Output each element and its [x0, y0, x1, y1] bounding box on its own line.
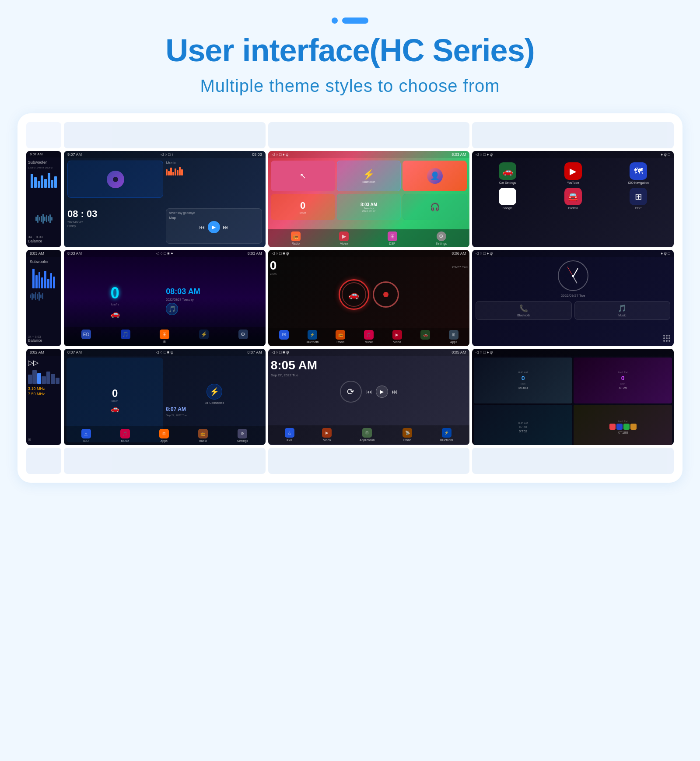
classic-nav-igo[interactable]: △ iGO: [285, 428, 294, 442]
db-val-2: 34 ~ 8.03: [28, 335, 60, 338]
classic-nav-radio[interactable]: 📡 Radio: [402, 428, 412, 442]
speedo-nav-radio[interactable]: 📻 Radio: [326, 330, 355, 344]
neon-time-large: 08:03 AM: [166, 287, 262, 296]
subwoofer-title: Subwoofer: [30, 260, 58, 264]
xt52-label: XT52: [519, 429, 527, 433]
theme-xt188[interactable]: 8:45 AM XT188: [574, 405, 672, 445]
neon-speed-unit: km/h: [111, 302, 119, 306]
headphone-tile[interactable]: 🎧: [402, 194, 467, 220]
neon-music-btn[interactable]: 🎵: [166, 303, 178, 315]
classic-prev[interactable]: ⏮: [366, 388, 372, 395]
top-partial-row: [26, 122, 674, 148]
speedo-icons: ◁ ○ □ ■ ψ: [272, 251, 289, 256]
bt-nav-apps[interactable]: ⊞ Apps: [159, 429, 169, 442]
screen-eq-balance: 8:03 AM Subwoofer: [26, 250, 61, 346]
screen-classic-nav: ◁ ○ □ ■ ψ 8:05 AM 8:05 AM Sep 27, 2022 T…: [268, 349, 470, 445]
neon-nav-settings[interactable]: ⚙: [238, 330, 248, 344]
speedo-nav-music[interactable]: 🎵 Music: [355, 330, 383, 344]
app-google[interactable]: G Google: [476, 188, 539, 210]
waveform-2: [30, 292, 58, 301]
partial-screen-tl: [26, 122, 61, 148]
classic-nav-video[interactable]: ▶ Video: [322, 428, 332, 442]
clock-car-icons: ◁ ○ □ ↑: [161, 152, 174, 157]
neon-time-right: 8:03 AM: [248, 251, 262, 256]
partial-screen-br: [472, 448, 674, 474]
speedo-nav-apps[interactable]: ⊞ Apps: [440, 330, 468, 344]
app-igo[interactable]: 🗺 iGO Navigation: [607, 162, 669, 184]
time-tile: 8:03 AM Tuesday 2022-09-27: [337, 194, 401, 220]
app-dsp[interactable]: ⊞ DSP: [607, 188, 669, 210]
theme-xt25[interactable]: 8:45 AM 0 km/h XT25: [574, 358, 672, 403]
application-label: Application: [360, 438, 374, 442]
bluetooth-tile[interactable]: ⚡ Bluetooth: [337, 161, 401, 191]
partial-screen-tc: [64, 122, 266, 148]
freq1-display: 3.10 MHz: [28, 386, 60, 391]
prev-btn[interactable]: ⏮: [199, 224, 205, 231]
photo-tile[interactable]: 👤: [402, 161, 467, 191]
theme-xt52[interactable]: 8:45 AM 87.50 XT52: [474, 405, 572, 445]
bt-conn-time-right: 8:07 AM: [248, 350, 262, 354]
screen-dark-clock-bt: ◁ ○ □ ♦ ψ ♦ ψ □ 2022/09/27 Tue: [472, 250, 674, 346]
screen-row-2: 8:03 AM Subwoofer: [26, 250, 674, 346]
classic-media-ctrl: ⏮ ▶ ⏭: [366, 386, 398, 398]
bt-nav-igo[interactable]: △ iGO: [81, 429, 91, 442]
analog-clock: [558, 260, 588, 291]
radio-eq-icon: ⊞: [28, 438, 31, 442]
speedo-speed-display: 0 km/h: [270, 259, 277, 276]
screen-radio-freq: 8:02 AM ▷▷ 3.10 MHz 7.50 MHz ⊞: [26, 349, 61, 445]
multi-screen-grid: 8:45 AM 0 km/h MD03 8:45 AM 0 km/h XT25 …: [472, 356, 674, 445]
screenshot-container: 9:07 AM Subwoofer 120Hz140Hz160Hz: [18, 113, 682, 483]
play-btn[interactable]: ▶: [208, 221, 220, 233]
bt-connected-label: BT Connected: [166, 401, 262, 404]
nav-video[interactable]: ▶ Video: [339, 231, 349, 245]
nav-settings[interactable]: ⚙ Settings: [436, 231, 447, 245]
app-car-settings[interactable]: 🚗 Car Settings: [476, 162, 539, 184]
apps-grid-btn[interactable]: [663, 335, 670, 342]
classic-nav-application[interactable]: ⊞ Application: [360, 428, 374, 442]
app-icon-grid: 🚗 Car Settings ▶ YouTube 🗺 iGO Navigatio…: [472, 158, 674, 214]
classic-nav-bt[interactable]: ⚡ Bluetooth: [440, 428, 453, 442]
speedo-nav-bt[interactable]: ⚡ Bluetooth: [298, 330, 326, 344]
speedo-nav-carsettings[interactable]: 🚗: [411, 330, 440, 344]
speedo-nav-video[interactable]: ▶ Video: [383, 330, 411, 344]
eq-time: 9:07 AM: [30, 152, 42, 156]
app-carinfo[interactable]: 🚘 CarInfo: [542, 188, 604, 210]
nav-radio[interactable]: 📻 Radio: [291, 231, 301, 245]
theme-md03[interactable]: 8:45 AM 0 km/h MD03: [474, 358, 572, 403]
dark-clock-status: ♦ ψ □: [661, 251, 670, 256]
bt-tile-label: Bluetooth: [362, 180, 375, 183]
app-youtube[interactable]: ▶ YouTube: [542, 162, 604, 184]
bt-nav-radio[interactable]: 📻 Radio: [198, 429, 208, 442]
partial-screen-tr2: [472, 122, 674, 148]
page-indicator: [332, 18, 368, 24]
bottom-partial-row: [26, 448, 674, 474]
page-title: User interface(HC Series): [165, 32, 534, 68]
neon-nav-eo[interactable]: EO: [81, 330, 91, 344]
radio-time: 8:02 AM: [30, 350, 44, 354]
nav-dsp[interactable]: ⊞ DSP: [388, 231, 397, 245]
neon-nav-bt[interactable]: ⚡: [199, 330, 209, 344]
classic-next[interactable]: ⏭: [392, 388, 398, 395]
bt-nav-music[interactable]: 🎵 Music: [120, 429, 130, 442]
bt-conn-time-left: 8:07 AM: [67, 350, 82, 354]
time-card: Music: [166, 161, 262, 206]
bt-label: Bluetooth: [517, 314, 530, 317]
date-display: 2022-07-22: [67, 221, 163, 224]
music-button[interactable]: 🎵 Music: [574, 301, 670, 320]
neon-nav-apps[interactable]: ⊞ ⊞: [160, 330, 169, 344]
classic-play[interactable]: ▶: [376, 386, 388, 398]
md03-label: MD03: [518, 386, 528, 390]
dark-clock-icons: ◁ ○ □ ♦ ψ: [476, 251, 493, 256]
bt-date: Sep 27, 2022 Tue: [166, 414, 262, 417]
bt-nav-settings[interactable]: ⚙ Settings: [237, 429, 248, 442]
nav-tile[interactable]: ↖: [271, 161, 335, 191]
neon-nav-music[interactable]: 🎵: [121, 330, 130, 344]
classic-time-large: 8:05 AM: [271, 358, 467, 372]
bt-button[interactable]: 📞 Bluetooth: [476, 301, 571, 320]
speedo-nav-igo[interactable]: 🗺: [270, 330, 298, 344]
next-btn[interactable]: ⏭: [223, 224, 229, 231]
screen-colorful-bt: ◁ ○ □ ♦ ψ 8:03 AM ↖ ⚡ Bluetooth: [268, 151, 470, 247]
bt-time-large: 8:07 AM: [166, 406, 262, 412]
bt-bottom-nav: △ iGO 🎵 Music ⊞ Apps 📻 Radio ⚙ Setti: [64, 426, 266, 445]
screen-red-speedo: ◁ ○ □ ■ ψ 8:06 AM 0 km/h 09/27 Tue 🚗: [268, 250, 470, 346]
